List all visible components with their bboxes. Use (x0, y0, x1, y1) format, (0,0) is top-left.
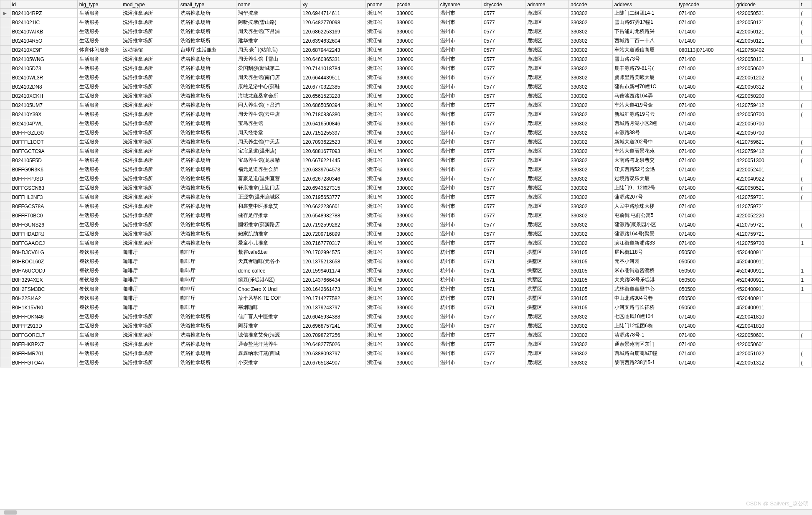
cell-name[interactable]: 缤豆(乐堤港A区) (236, 275, 301, 285)
cell-id[interactable]: B0FFGAAOCJ (10, 239, 77, 248)
cell-adname[interactable]: 鹿城区 (525, 321, 569, 331)
cell-address[interactable]: 车站大道419号金 (612, 101, 677, 110)
cell-citycode[interactable]: 0577 (482, 156, 525, 165)
cell-name[interactable]: 爱国刮痧(新城第二 (236, 64, 301, 73)
cell-citycode[interactable]: 0577 (482, 27, 525, 36)
cell-pcode[interactable]: 330000 (395, 248, 438, 257)
cell-pname[interactable]: 浙江省 (365, 211, 395, 220)
cell-typecode[interactable]: 071400 (677, 193, 735, 202)
cell-cityname[interactable]: 温州市 (438, 184, 482, 193)
cell-pcode[interactable]: 330000 (395, 275, 438, 285)
table-row[interactable]: B024105E5D生活服务洗浴推拿场所洗浴推拿场所宝岛养生馆(龙泉精120.6… (0, 156, 812, 165)
cell-address[interactable]: 西城路白鹿商城T幢 (612, 349, 677, 358)
cell-big_type[interactable]: 生活服务 (77, 349, 121, 358)
cell-pname[interactable]: 浙江省 (365, 275, 395, 285)
cell-pname[interactable]: 浙江省 (365, 110, 395, 119)
cell-adcode[interactable]: 330105 (569, 266, 612, 275)
table-row[interactable]: B02410XC9F体育休闲服务运动场馆台球厅|生活服务周天·豪门(站前店)12… (0, 46, 812, 55)
cell-citycode[interactable]: 0577 (482, 202, 525, 211)
cell-pname[interactable]: 浙江省 (365, 349, 395, 358)
cell-t[interactable]: ( (799, 349, 812, 358)
cell-big_type[interactable]: 生活服务 (77, 138, 121, 147)
cell-citycode[interactable]: 0577 (482, 184, 525, 193)
cell-citycode[interactable]: 0577 (482, 165, 525, 174)
cell-small_type[interactable]: 洗浴推拿场所 (178, 331, 236, 340)
cell-citycode[interactable]: 0577 (482, 229, 525, 239)
cell-id[interactable]: B0HA6UCODJ (10, 266, 77, 275)
cell-xy[interactable]: 120.6622236601 (301, 202, 365, 211)
column-header-pname[interactable]: pname (365, 0, 395, 9)
cell-pcode[interactable]: 330000 (395, 331, 438, 340)
cell-address[interactable]: 西城路月湖小区2幢 (612, 119, 677, 128)
cell-xy[interactable]: 120.1642661473 (301, 285, 365, 294)
cell-name[interactable]: 同人养生馆(下吕浦 (236, 101, 301, 110)
cell-mod_type[interactable]: 洗浴推拿场所 (121, 165, 179, 174)
cell-citycode[interactable]: 0577 (482, 18, 525, 27)
table-row[interactable]: B0HA6UCODJ餐饮服务咖啡厅咖啡厅demo coffee120.15994… (0, 266, 812, 275)
cell-pcode[interactable]: 330000 (395, 36, 438, 46)
cell-cityname[interactable]: 温州市 (438, 331, 482, 340)
cell-cityname[interactable]: 温州市 (438, 36, 482, 46)
cell-pname[interactable]: 浙江省 (365, 303, 395, 312)
cell-pname[interactable]: 浙江省 (365, 266, 395, 275)
cell-gridcode[interactable]: 4520400911 (734, 303, 799, 312)
cell-typecode[interactable]: 050500 (677, 248, 735, 257)
cell-name[interactable]: 和鑫堂中医推拿艾 (236, 202, 301, 211)
cell-pcode[interactable]: 330000 (395, 9, 438, 18)
cell-id[interactable]: B0FFHL2NF3 (10, 193, 77, 202)
cell-adcode[interactable]: 330302 (569, 147, 612, 156)
cell-gridcode[interactable]: 4520400911 (734, 266, 799, 275)
cell-typecode[interactable]: 050500 (677, 275, 735, 285)
cell-gridcode[interactable]: 4520400911 (734, 285, 799, 294)
cell-citycode[interactable]: 0577 (482, 36, 525, 46)
cell-xy[interactable]: 120.1599401174 (301, 266, 365, 275)
cell-mod_type[interactable]: 洗浴推拿场所 (121, 184, 179, 193)
cell-mod_type[interactable]: 洗浴推拿场所 (121, 73, 179, 82)
cell-pcode[interactable]: 330000 (395, 73, 438, 82)
cell-pname[interactable]: 浙江省 (365, 193, 395, 202)
cell-adname[interactable]: 鹿城区 (525, 340, 569, 349)
cell-pcode[interactable]: 330000 (395, 211, 438, 220)
cell-citycode[interactable]: 0577 (482, 340, 525, 349)
cell-adname[interactable]: 鹿城区 (525, 211, 569, 220)
cell-mod_type[interactable]: 洗浴推拿场所 (121, 312, 179, 321)
cell-id[interactable]: B0FFGORCL7 (10, 331, 77, 340)
column-header-typecode[interactable]: typecode (677, 0, 735, 9)
cell-id[interactable]: B024102DN8 (10, 82, 77, 92)
cell-t[interactable] (799, 92, 812, 101)
cell-gridcode[interactable]: 4220050521 (734, 9, 799, 18)
cell-pname[interactable]: 浙江省 (365, 36, 395, 46)
cell-gridcode[interactable]: 4220051312 (734, 358, 799, 367)
table-row[interactable]: B0FFF2913D生活服务洗浴推拿场所洗浴推拿场所阿芬推拿120.696875… (0, 321, 812, 331)
cell-gridcode[interactable]: 4120759721 (734, 193, 799, 202)
cell-id[interactable]: B0FFGSCN63 (10, 184, 77, 193)
table-row[interactable]: B024104R5O生活服务洗浴推拿场所洗浴推拿场所建华推拿120.639463… (0, 36, 812, 46)
cell-small_type[interactable]: 咖啡厅 (178, 275, 236, 285)
cell-mod_type[interactable]: 洗浴推拿场所 (121, 349, 179, 358)
cell-typecode[interactable]: 071400 (677, 128, 735, 138)
cell-address[interactable]: 清源路78号-1 (612, 331, 677, 340)
cell-small_type[interactable]: 咖啡厅 (178, 266, 236, 275)
cell-big_type[interactable]: 生活服务 (77, 358, 121, 367)
cell-adname[interactable]: 鹿城区 (525, 46, 569, 55)
cell-typecode[interactable]: 071400 (677, 220, 735, 229)
cell-id[interactable]: B02410WJKB (10, 27, 77, 36)
table-row[interactable]: B0FFHMR701生活服务洗浴推拿场所洗浴推拿场所鑫鑫纳米汗蒸(西城120.6… (0, 349, 812, 358)
cell-pcode[interactable]: 330000 (395, 220, 438, 229)
cell-xy[interactable]: 120.1375213658 (301, 257, 365, 266)
cell-cityname[interactable]: 温州市 (438, 82, 482, 92)
cell-adcode[interactable]: 330302 (569, 101, 612, 110)
cell-xy[interactable]: 120.6968757241 (301, 321, 365, 331)
cell-xy[interactable]: 120.6548982788 (301, 211, 365, 220)
cell-mod_type[interactable]: 洗浴推拿场所 (121, 340, 179, 349)
cell-address[interactable]: 七区临风10幢104 (612, 312, 677, 321)
cell-typecode[interactable]: 071400 (677, 18, 735, 27)
cell-t[interactable]: 1 (799, 266, 812, 275)
cell-typecode[interactable]: 071400 (677, 165, 735, 174)
cell-small_type[interactable]: 洗浴推拿场所 (178, 82, 236, 92)
cell-xy[interactable]: 120.6460865331 (301, 55, 365, 64)
cell-pcode[interactable]: 330000 (395, 174, 438, 184)
cell-big_type[interactable]: 生活服务 (77, 92, 121, 101)
cell-adcode[interactable]: 330105 (569, 275, 612, 285)
cell-name[interactable]: 國術推拿(蒲源路店 (236, 220, 301, 229)
